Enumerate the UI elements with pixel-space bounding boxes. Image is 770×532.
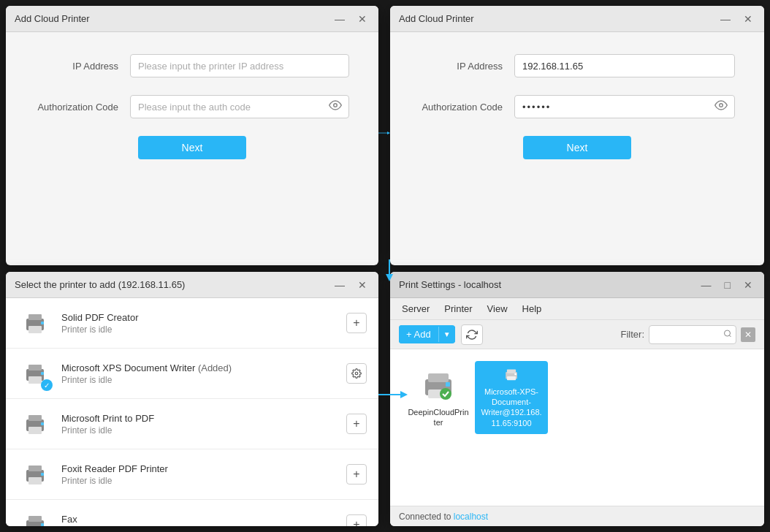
ip-label-right: IP Address (419, 61, 514, 72)
refresh-btn[interactable] (461, 324, 483, 345)
add-printer-btn-0[interactable]: + (346, 313, 367, 333)
add-printer-btn-3[interactable]: + (346, 464, 367, 484)
auth-input-wrap-left (130, 95, 349, 118)
close-btn-right[interactable]: ✕ (741, 12, 755, 26)
auth-row-right: Authorization Code (419, 95, 735, 118)
ip-input-left[interactable] (130, 54, 349, 77)
window-title-right: Add Cloud Printer (399, 13, 474, 24)
list-item[interactable]: ✓ Microsoft XPS Document Writer (Added) … (6, 349, 378, 399)
form-left: IP Address Authorization Code Next (6, 32, 378, 181)
filter-group: Filter: ✕ (621, 325, 756, 344)
printer-status-1: Printer is idle (61, 375, 338, 385)
ip-row-right: IP Address (419, 54, 735, 77)
add-printer-main-btn[interactable]: + Add (399, 325, 438, 343)
add-printer-btn-2[interactable]: + (346, 414, 367, 434)
svg-rect-8 (28, 326, 42, 333)
printer-grid: DeepinCloudPrinter Microsoft-XPS-Documen… (390, 349, 764, 506)
svg-point-14 (355, 372, 358, 375)
settings-printer-btn-1[interactable] (346, 363, 367, 384)
grid-item-deepin[interactable]: DeepinCloudPrinter (402, 361, 475, 434)
svg-marker-5 (386, 274, 393, 281)
menu-help[interactable]: Help (516, 300, 548, 317)
eye-icon-left[interactable] (329, 99, 342, 115)
filter-clear-btn[interactable]: ✕ (741, 327, 755, 342)
menu-view[interactable]: View (481, 300, 514, 317)
svg-rect-16 (28, 415, 42, 421)
list-item[interactable]: Microsoft Print to PDF Printer is idle + (6, 399, 378, 449)
add-printer-dropdown-btn[interactable]: ▼ (438, 327, 455, 342)
svg-rect-24 (28, 516, 42, 522)
menu-server[interactable]: Server (396, 300, 435, 317)
titlebar-left: Add Cloud Printer — ✕ (6, 6, 378, 32)
svg-rect-12 (28, 376, 42, 384)
printer-name-3: Foxit Reader PDF Printer (61, 463, 338, 474)
auth-input-left[interactable] (130, 95, 349, 118)
printer-name-1: Microsoft XPS Document Writer (Added) (61, 362, 338, 373)
svg-rect-37 (507, 369, 516, 373)
svg-rect-7 (28, 314, 42, 320)
svg-rect-26 (41, 523, 44, 526)
printer-icon-3 (18, 457, 53, 492)
maximize-btn-print[interactable]: □ (722, 278, 733, 292)
svg-point-3 (720, 104, 723, 107)
printer-status-0: Printer is idle (61, 324, 338, 335)
list-item[interactable]: Foxit Reader PDF Printer Printer is idle… (6, 449, 378, 500)
ip-label-left: IP Address (35, 61, 130, 72)
add-printer-btn-4[interactable]: + (346, 514, 367, 526)
filter-input-wrap (649, 325, 736, 344)
minimize-btn-right[interactable]: — (717, 12, 733, 26)
auth-input-wrap-right (514, 95, 735, 118)
list-item[interactable]: Solid PDF Creator Printer is idle + (6, 298, 378, 349)
svg-rect-13 (41, 372, 44, 375)
svg-marker-2 (387, 132, 390, 134)
window-title-left: Add Cloud Printer (15, 13, 90, 24)
auth-input-right[interactable] (514, 95, 735, 118)
titlebar-print-settings: Print Settings - localhost — □ ✕ (390, 272, 764, 298)
minimize-btn-bottom-left[interactable]: — (332, 278, 348, 292)
ip-input-right[interactable] (514, 54, 735, 77)
menu-printer[interactable]: Printer (438, 300, 478, 317)
printer-info-0: Solid PDF Creator Printer is idle (61, 312, 338, 335)
minimize-btn-left[interactable]: — (332, 12, 348, 26)
close-btn-print[interactable]: ✕ (741, 278, 755, 292)
svg-rect-34 (446, 382, 450, 387)
svg-rect-38 (507, 376, 516, 380)
printer-status-3: Printer is idle (61, 476, 338, 486)
ip-row-left: IP Address (35, 54, 349, 77)
status-link[interactable]: localhost (454, 512, 488, 522)
status-text: Connected to localhost (399, 512, 488, 522)
svg-rect-20 (28, 466, 42, 471)
next-btn-right[interactable]: Next (523, 136, 632, 159)
print-settings-panel: Print Settings - localhost — □ ✕ Server … (390, 272, 764, 526)
list-item[interactable]: Fax Printer is idle + (6, 500, 378, 526)
window-controls-print-settings: — □ ✕ (698, 278, 755, 292)
window-controls-bottom-left: — ✕ (332, 278, 370, 292)
svg-rect-21 (28, 477, 42, 484)
titlebar-bottom-left: Select the printer to add (192.168.11.65… (6, 272, 378, 298)
titlebar-right: Add Cloud Printer — ✕ (390, 6, 764, 32)
printer-status-4: Printer is idle (61, 526, 338, 527)
window-title-bottom-left: Select the printer to add (192.168.11.65… (15, 279, 185, 290)
auth-label-right: Authorization Code (419, 102, 514, 113)
next-btn-left[interactable]: Next (138, 136, 247, 159)
printer-icon-2 (18, 406, 53, 441)
close-btn-left[interactable]: ✕ (355, 12, 370, 26)
grid-printer-name-deepin: DeepinCloudPrinter (408, 407, 469, 428)
svg-rect-22 (41, 473, 44, 476)
close-btn-bottom-left[interactable]: ✕ (355, 278, 370, 292)
added-check-icon: ✓ (41, 379, 53, 391)
svg-rect-17 (28, 427, 42, 434)
grid-item-xps[interactable]: Microsoft-XPS-Document-Writer@192.168.11… (475, 361, 548, 434)
window-controls-right: — ✕ (717, 12, 755, 26)
auth-label-left: Authorization Code (35, 102, 130, 113)
eye-icon-right[interactable] (714, 99, 728, 115)
svg-rect-32 (428, 373, 449, 382)
print-toolbar: + Add ▼ Filter: ✕ (390, 320, 764, 349)
select-printer-panel: Select the printer to add (192.168.11.65… (6, 272, 378, 526)
minimize-btn-print[interactable]: — (698, 278, 714, 292)
add-cloud-printer-left: Add Cloud Printer — ✕ IP Address Authori… (6, 6, 378, 265)
add-btn-group: + Add ▼ (399, 325, 455, 343)
svg-rect-11 (28, 365, 42, 370)
printer-info-4: Fax Printer is idle (61, 514, 338, 527)
form-right: IP Address Authorization Code Next (390, 32, 764, 181)
